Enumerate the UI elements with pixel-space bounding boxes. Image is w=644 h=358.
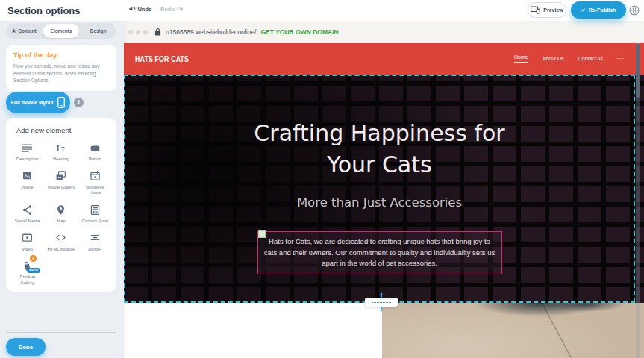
browser-dot (143, 30, 148, 34)
browser-dot (128, 30, 133, 34)
element-drag-handle[interactable] (258, 230, 266, 238)
edit-mobile-layout-button[interactable]: Edit mobile layout (6, 92, 70, 113)
contact-form-icon (89, 203, 101, 216)
site-logo[interactable]: HATS FOR CATS (135, 54, 189, 63)
devices-icon (531, 6, 540, 14)
shop-badge: SHOP (27, 268, 40, 273)
tab-ai-content[interactable]: AI Content (6, 25, 43, 37)
svg-text:T: T (62, 145, 66, 152)
image-icon (21, 169, 34, 183)
preview-label: Preview (543, 7, 563, 13)
done-label: Done (19, 344, 33, 351)
element-item-contact-form[interactable]: Contact Form (78, 203, 112, 224)
divider-icon (89, 231, 101, 245)
edit-mobile-label: Edit mobile layout (11, 100, 54, 105)
site-url: n1566589.websitebuilder.online/ (166, 28, 256, 36)
element-item-html-module[interactable]: HTML Module (44, 231, 78, 253)
redo-label: Redo (160, 6, 175, 13)
heading-icon: TT (54, 141, 67, 154)
element-item-business-hours[interactable]: Business Hours (78, 169, 112, 196)
image-gallery-icon (54, 169, 67, 183)
element-label: Button (89, 157, 101, 163)
element-grid: DescriptionTTHeadingButtonImageImage Gal… (10, 141, 112, 286)
preview-scrollbar[interactable] (636, 43, 640, 358)
next-section-image (382, 303, 644, 358)
get-own-domain-link[interactable]: GET YOUR OWN DOMAIN (260, 28, 338, 36)
element-label: Business Hours (80, 185, 110, 196)
scrollbar-thumb[interactable] (636, 44, 640, 98)
language-globe-button[interactable] (628, 4, 640, 16)
check-icon: ✓ (581, 7, 586, 13)
section-resize-handle[interactable]: ▲ ▼ (363, 292, 399, 313)
element-label: Social Media (15, 219, 40, 224)
product-gallery-icon: $SHOP (21, 259, 34, 272)
add-element-title: Add new element (16, 126, 112, 134)
element-item-social-media[interactable]: Social Media (10, 203, 44, 224)
republish-button[interactable]: ✓ Re-Publish (571, 1, 626, 19)
element-item-map[interactable]: Map (44, 203, 78, 224)
element-item-divider[interactable]: Divider (78, 231, 112, 253)
preview-button[interactable]: Preview (528, 2, 566, 18)
info-button[interactable]: i (74, 98, 84, 107)
add-new-element-panel: Add new element DescriptionTTHeadingButt… (6, 118, 116, 292)
social-media-icon (21, 203, 34, 216)
element-label: Heading (53, 157, 69, 163)
element-item-description[interactable]: Description (10, 141, 44, 163)
element-label: Image Gallery (48, 185, 75, 191)
element-label: Map (57, 219, 65, 224)
svg-text:T: T (56, 143, 61, 152)
element-item-image[interactable]: Image (10, 169, 44, 196)
done-button[interactable]: Done (6, 338, 46, 356)
undo-icon: ↶ (129, 5, 135, 13)
element-item-button[interactable]: Button (78, 141, 112, 163)
undo-button[interactable]: ↶ Undo (129, 5, 152, 13)
hero-content: Crafting Happiness for Your Cats More th… (124, 75, 635, 303)
element-item-image-gallery[interactable]: Image Gallery (44, 169, 78, 196)
element-label: Product Gallery (13, 274, 43, 286)
video-icon (21, 231, 34, 245)
tab-design[interactable]: Design (80, 25, 116, 37)
undo-label: Undo (137, 6, 151, 13)
sidebar-tabs: AI ContentElementsDesign (6, 23, 116, 39)
hero-paragraph-selected[interactable]: Hats for Cats, we are dedicated to craft… (257, 231, 502, 274)
tip-body: Now you can add, move and resize any ele… (13, 63, 109, 84)
element-label: Description (16, 157, 38, 163)
element-item-product-gallery[interactable]: $SHOPProduct Gallery (10, 259, 44, 286)
element-item-heading[interactable]: TTHeading (44, 141, 78, 163)
tip-of-the-day-card: Tip of the day: Now you can add, move an… (6, 45, 116, 91)
hero-subheading[interactable]: More than Just Accessories (297, 195, 462, 210)
browser-dot (136, 30, 140, 34)
top-toolbar: Section options ↶ Undo Redo ↷ Preview ✓ … (0, 0, 644, 21)
site-header: HATS FOR CATS HomeAbout UsContact us··· (124, 43, 644, 75)
redo-icon: ↷ (177, 5, 183, 13)
tip-title: Tip of the day: (13, 51, 109, 59)
element-label: Video (22, 247, 33, 253)
sidebar-divider (6, 332, 116, 333)
tab-elements[interactable]: Elements (43, 24, 80, 38)
republish-label: Re-Publish (589, 7, 616, 13)
hero-section: Crafting Happiness for Your Cats More th… (124, 75, 644, 303)
description-icon (21, 141, 34, 154)
html-module-icon (54, 231, 67, 245)
page-title: Section options (7, 5, 81, 16)
element-label: HTML Module (48, 247, 75, 253)
button-icon (89, 141, 101, 154)
nav-item-home[interactable]: Home (514, 54, 528, 63)
nav-item-about-us[interactable]: About Us (543, 56, 564, 61)
arrow-down-icon: ▼ (379, 309, 384, 313)
element-label: Contact Form (81, 219, 108, 224)
element-label: Image (21, 185, 33, 191)
element-label: Divider (88, 247, 101, 253)
nav-more-button[interactable]: ··· (617, 56, 625, 61)
element-item-video[interactable]: Video (10, 231, 44, 253)
section-options-sidebar: AI ContentElementsDesign Tip of the day:… (0, 21, 124, 358)
resize-grip[interactable] (365, 298, 398, 307)
nav-item-contact-us[interactable]: Contact us (578, 56, 603, 61)
map-icon (54, 203, 67, 216)
business-hours-icon (89, 169, 101, 183)
redo-button[interactable]: Redo ↷ (160, 5, 183, 13)
smartphone-icon (57, 97, 65, 108)
hero-paragraph-text: Hats for Cats, we are dedicated to craft… (264, 236, 495, 269)
preview-browser-bar: n1566589.websitebuilder.online/ GET YOUR… (124, 21, 644, 43)
hero-heading[interactable]: Crafting Happiness for Your Cats (246, 118, 514, 180)
